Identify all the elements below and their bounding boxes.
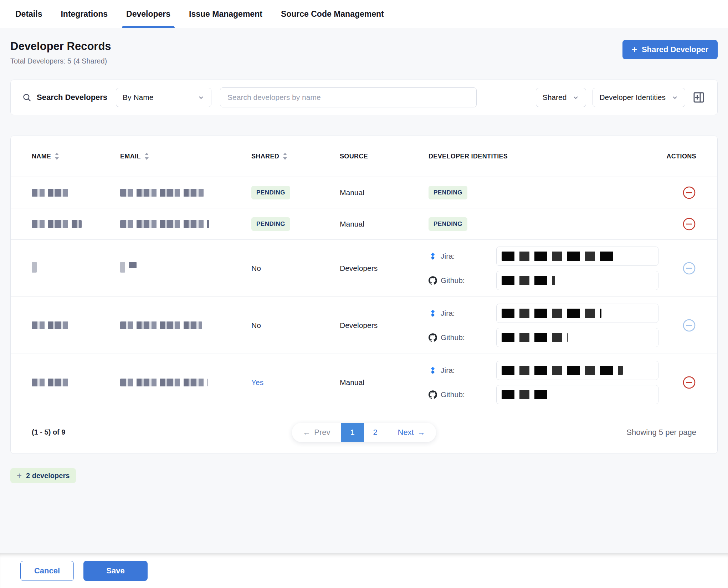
developer-identities-filter-select[interactable]: Developer Identities <box>593 88 685 107</box>
shared-status-text: No <box>251 264 340 273</box>
github-icon <box>429 390 437 399</box>
plus-icon: + <box>632 45 637 55</box>
github-identity-field[interactable] <box>496 271 658 290</box>
column-header-email[interactable]: EMAIL <box>120 152 251 160</box>
minus-circle-icon <box>682 375 696 390</box>
footer-action-bar: Cancel Save <box>0 553 728 588</box>
developer-name-redacted <box>32 220 120 228</box>
filter-group: Shared Developer Identities <box>536 88 706 107</box>
next-page-button[interactable]: Next → <box>387 423 436 442</box>
remove-developer-button-disabled[interactable] <box>682 318 696 333</box>
more-developers-chip[interactable]: + 2 developers <box>10 468 76 483</box>
shared-developer-button[interactable]: + Shared Developer <box>622 40 718 59</box>
search-filter-card: Search Developers By Name Shared Develop… <box>10 80 718 115</box>
column-header-shared[interactable]: SHARED <box>251 152 340 160</box>
search-developers-label: Search Developers <box>22 93 107 102</box>
shared-status-badge: PENDING <box>251 186 340 199</box>
add-column-icon <box>692 90 706 105</box>
jira-identity-field[interactable] <box>496 304 658 323</box>
page-title: Developer Records <box>10 40 111 53</box>
tab-details[interactable]: Details <box>15 0 42 28</box>
tab-developers[interactable]: Developers <box>126 0 170 28</box>
shared-status-badge: PENDING <box>251 217 340 231</box>
cancel-button[interactable]: Cancel <box>20 561 74 581</box>
search-input[interactable] <box>220 87 477 107</box>
tab-issue-management[interactable]: Issue Management <box>189 0 262 28</box>
jira-identity-field[interactable] <box>496 361 658 380</box>
search-by-select[interactable]: By Name <box>116 88 211 107</box>
github-label: Github: <box>441 333 465 342</box>
github-icon <box>429 276 437 285</box>
jira-icon <box>429 309 437 318</box>
remove-developer-button[interactable] <box>682 186 696 200</box>
tab-integrations[interactable]: Integrations <box>61 0 108 28</box>
search-icon <box>22 93 32 102</box>
shared-developer-button-label: Shared Developer <box>642 45 708 54</box>
remove-developer-button[interactable] <box>682 375 696 390</box>
developer-email-redacted <box>120 262 251 274</box>
pagination-range-text: (1 - 5) of 9 <box>32 428 292 436</box>
jira-icon <box>429 366 437 375</box>
developer-identities-filter-value: Developer Identities <box>599 93 666 102</box>
source-value: Manual <box>340 188 429 197</box>
minus-circle-icon <box>682 217 696 231</box>
developer-identities-cell: Jira: Github: <box>429 304 661 347</box>
shared-status-text[interactable]: Yes <box>251 378 340 387</box>
per-page-text: Showing 5 per page <box>436 428 696 437</box>
minus-circle-icon <box>682 261 696 275</box>
shared-filter-value: Shared <box>543 93 567 102</box>
jira-label: Jira: <box>441 309 455 318</box>
search-by-value: By Name <box>123 93 153 102</box>
shared-status-text: No <box>251 321 340 330</box>
arrow-right-icon: → <box>417 428 425 437</box>
column-header-developer-identities: DEVELOPER IDENTITIES <box>429 153 661 160</box>
column-header-actions: ACTIONS <box>661 153 696 160</box>
chevron-down-icon <box>671 94 678 101</box>
table-row: Yes Manual Jira: <box>11 354 717 411</box>
column-header-name[interactable]: NAME <box>32 152 120 160</box>
table-row: No Developers Jira: <box>11 296 717 354</box>
more-developers-label: 2 developers <box>26 472 70 480</box>
github-label: Github: <box>441 276 465 285</box>
add-column-button[interactable] <box>692 90 706 105</box>
sort-icon[interactable] <box>283 152 287 160</box>
arrow-left-icon: ← <box>303 428 311 437</box>
github-identity-field[interactable] <box>496 328 658 347</box>
developer-name-redacted <box>32 262 120 274</box>
identities-status-badge: PENDING <box>429 186 661 199</box>
source-value: Developers <box>340 321 429 330</box>
pagination-row: (1 - 5) of 9 ← Prev 1 2 Next → Showing 5… <box>11 411 717 453</box>
prev-page-button[interactable]: ← Prev <box>292 423 341 442</box>
developer-name-redacted <box>32 379 120 386</box>
jira-label: Jira: <box>441 252 455 260</box>
pager: ← Prev 1 2 Next → <box>292 423 436 442</box>
developer-name-redacted <box>32 321 120 329</box>
shared-filter-select[interactable]: Shared <box>536 88 586 107</box>
table-row: PENDING Manual PENDING <box>11 208 717 239</box>
jira-icon <box>429 252 437 260</box>
page-2-button[interactable]: 2 <box>364 423 387 442</box>
github-identity-field[interactable] <box>496 385 658 404</box>
save-button[interactable]: Save <box>83 561 148 581</box>
remove-developer-button[interactable] <box>682 217 696 231</box>
chevron-down-icon <box>198 94 205 101</box>
tab-source-code-management[interactable]: Source Code Management <box>281 0 384 28</box>
remove-developer-button-disabled[interactable] <box>682 261 696 275</box>
minus-circle-icon <box>682 186 696 200</box>
sort-icon[interactable] <box>55 152 59 160</box>
minus-circle-icon <box>682 318 696 333</box>
source-value: Manual <box>340 220 429 228</box>
sort-icon[interactable] <box>144 152 149 160</box>
source-value: Manual <box>340 378 429 387</box>
developer-identities-cell: Jira: Github: <box>429 361 661 404</box>
table-row: PENDING Manual PENDING <box>11 177 717 208</box>
plus-icon: + <box>17 471 22 480</box>
column-header-source: SOURCE <box>340 153 429 160</box>
developer-email-redacted <box>120 379 251 386</box>
page-1-button[interactable]: 1 <box>341 423 364 442</box>
jira-identity-field[interactable] <box>496 247 658 266</box>
developers-panel: Developer Records Total Developers: 5 (4… <box>0 28 728 553</box>
developer-name-redacted <box>32 189 120 197</box>
github-icon <box>429 333 437 342</box>
github-label: Github: <box>441 390 465 399</box>
